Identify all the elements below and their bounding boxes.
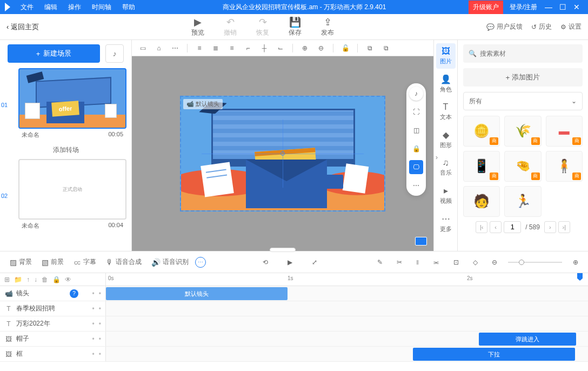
search-box[interactable]: 🔍 [463,44,583,63]
filter-button[interactable]: ⫴ [413,256,422,268]
menu-action[interactable]: 操作 [63,3,86,12]
asset-item[interactable]: ▬商 [546,116,583,147]
save-button[interactable]: 💾 保存 [279,16,311,37]
link-button[interactable]: ⫘ [430,256,443,268]
menu-help[interactable]: 帮助 [117,3,141,12]
float-lock-icon[interactable]: 🔒 [409,142,423,156]
time-ruler[interactable]: 0s 1s 2s [106,273,588,286]
cut-button[interactable]: ✂ [393,256,405,268]
float-more-icon[interactable]: ⋯ [409,178,423,193]
more-button[interactable]: ⋯ [195,257,206,268]
timeline-row[interactable]: T春季校园招聘•• [0,301,588,316]
zoom-out-button[interactable]: ⊖ [489,256,500,268]
eye-icon[interactable]: 👁 [65,276,71,283]
tab-more[interactable]: ⋯更多 [436,210,456,236]
fullscreen-button[interactable]: ⤢ [309,256,320,268]
maximize-button[interactable]: ☐ [556,3,570,11]
canvas-stage[interactable]: offer 📹默认镜头 ♪ ⛶ ◫ 🔒 🖵 ⋯ › [132,56,433,251]
canvas-resize-handle[interactable] [270,248,296,252]
zoom-slider[interactable] [508,262,562,263]
more-dots-icon[interactable]: ⋯ [169,42,182,55]
rewind-button[interactable]: ⟲ [259,256,271,268]
help-icon[interactable]: ? [70,289,78,298]
scene-thumbnail[interactable]: 正式启动 [18,159,126,220]
keyframer-button[interactable]: ⊡ [450,256,462,268]
zoom-in-button[interactable]: ⊕ [570,256,582,268]
close-button[interactable]: ✕ [570,3,584,11]
subtitle-button[interactable]: ㏄字幕 [70,255,99,269]
zoom-out-icon[interactable]: ⊖ [315,42,328,55]
canvas-badge-icon[interactable] [415,237,427,246]
tab-image[interactable]: 🖼图片 [436,43,456,69]
foreground-button[interactable]: ▧前景 [38,255,67,269]
scene-item[interactable]: 02 正式启动 未命名00:04 [8,159,124,232]
new-scene-button[interactable]: +新建场景 [8,44,100,63]
tts-button[interactable]: 🎙语音合成 [103,255,145,269]
home-icon[interactable]: ⌂ [152,42,165,55]
minimize-button[interactable]: — [542,3,556,11]
history-button[interactable]: ↺历史 [531,22,552,31]
float-display-icon[interactable]: 🖵 [409,160,423,174]
float-fullscreen-icon[interactable]: ⛶ [409,105,423,119]
asset-item[interactable]: 🤏商 [504,151,541,182]
expand-chevron-icon[interactable]: › [436,154,438,161]
tab-text[interactable]: T文本 [436,99,456,124]
menu-edit[interactable]: 编辑 [39,3,63,12]
asset-item[interactable]: 📱商 [463,151,500,182]
align-middle-icon[interactable]: ┼ [258,42,271,55]
timeline-clip[interactable]: 下拉 [413,348,575,361]
align-top-icon[interactable]: ⌐ [242,42,255,55]
delete-icon[interactable]: 🗑 [42,276,48,283]
search-input[interactable] [480,50,577,57]
scene-thumbnail[interactable]: offer [18,68,126,129]
scene-music-button[interactable]: ♪ [105,44,124,63]
align-center-icon[interactable]: ≣ [209,42,222,55]
background-button[interactable]: ▨背景 [6,255,35,269]
timeline-row[interactable]: T万彩2022年•• [0,316,588,332]
upgrade-button[interactable]: 升级账户 [469,1,503,14]
timeline-row[interactable]: 🖼框•• 下拉 [0,347,588,362]
asset-item[interactable]: 🌾商 [504,116,541,147]
login-button[interactable]: 登录/注册 [505,1,542,14]
tab-role[interactable]: 👤角色 [436,71,456,97]
add-transition-button[interactable]: 添加转场 [8,145,124,155]
tab-video[interactable]: ▸视频 [436,182,456,208]
page-next-button[interactable]: › [544,221,556,233]
edit-button[interactable]: ✎ [374,256,386,268]
folder-icon[interactable]: 📁 [14,276,22,283]
align-right-icon[interactable]: ≡ [225,42,238,55]
page-last-button[interactable]: ›| [558,221,570,233]
page-first-button[interactable]: |‹ [476,221,487,233]
down-icon[interactable]: ↓ [34,276,37,283]
menu-timeline[interactable]: 时间轴 [86,3,117,12]
asr-button[interactable]: 🔊语音识别 [148,255,192,269]
copy-icon[interactable]: ⧉ [363,42,376,55]
scene-item[interactable]: 01 offer 未命名00:05 [8,68,124,141]
settings-button[interactable]: ⚙设置 [560,22,582,31]
publish-button[interactable]: ⇪ 发布 [311,16,344,37]
timeline-clip[interactable]: 默认镜头 [106,287,288,300]
lock-icon[interactable]: 🔒 [52,276,61,283]
timeline-clip[interactable]: 弹跳进入 [479,333,576,346]
page-input[interactable] [504,221,521,233]
undo-button[interactable]: ↶ 撤销 [214,16,246,37]
up-icon[interactable]: ↑ [26,276,30,283]
feedback-button[interactable]: 💬用户反馈 [486,22,523,31]
add-image-button[interactable]: +添加图片 [463,68,583,87]
asset-item[interactable]: 🪙商 [463,116,500,147]
tab-music[interactable]: ♫音乐 [436,155,456,180]
align-left-icon[interactable]: ≡ [193,42,206,55]
page-prev-button[interactable]: ‹ [490,221,502,233]
paste-icon[interactable]: ⧉ [379,42,392,55]
tab-shape[interactable]: ◆图形 [436,127,456,153]
zoom-in-icon[interactable]: ⊕ [298,42,311,55]
float-music-icon[interactable]: ♪ [409,87,423,101]
filter-dropdown[interactable]: 所有 ⌄ [463,92,583,110]
asset-item[interactable]: 🧑 [463,186,500,217]
marker-button[interactable]: ◇ [470,256,481,268]
add-track-icon[interactable]: ⊞ [4,276,10,283]
menu-file[interactable]: 文件 [15,3,39,12]
canvas-frame[interactable]: offer 📹默认镜头 [180,96,385,211]
asset-item[interactable]: 🧍商 [546,151,583,182]
align-bottom-icon[interactable]: ⌙ [274,42,287,55]
